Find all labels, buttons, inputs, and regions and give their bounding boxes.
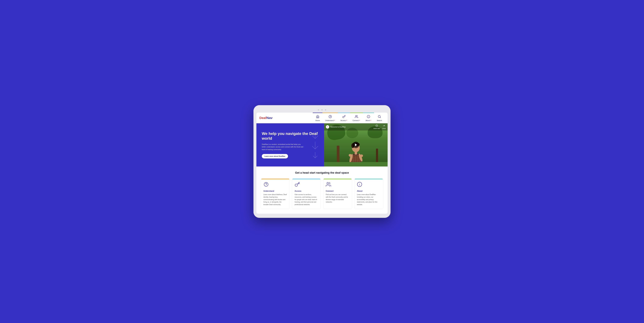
nav-label-about: About ▼ xyxy=(366,120,371,121)
card-understand: Understand Learn more about deafness, De… xyxy=(261,179,290,209)
hero-section: We help you navigate the Deaf world Deaf… xyxy=(256,123,388,166)
tablet-camera-row xyxy=(256,109,388,110)
card-about: About Learn more about DeafNav including… xyxy=(354,179,383,209)
connect-card-icon xyxy=(326,182,350,188)
connect-icon xyxy=(355,115,358,119)
access-icon xyxy=(342,115,346,119)
grass xyxy=(324,162,388,166)
logo-deaf: Deaf xyxy=(260,116,266,120)
camera-dot-1 xyxy=(318,109,319,110)
watch-later-button[interactable]: Watch later xyxy=(374,124,380,129)
svg-line-8 xyxy=(380,117,380,118)
svg-point-3 xyxy=(356,115,356,116)
chevron-about: ▼ xyxy=(370,120,371,121)
cards-grid: Understand Learn more about deafness, De… xyxy=(261,179,383,209)
connect-card-title: Connect xyxy=(326,190,350,192)
camera-dot-3 xyxy=(325,109,326,110)
section-title: Get a head start navigating the deaf spa… xyxy=(261,171,383,174)
understand-icon xyxy=(328,115,332,119)
home-icon xyxy=(316,115,319,119)
watch-later-label: Watch later xyxy=(374,128,380,129)
nav-item-understand[interactable]: Understand ▼ xyxy=(322,113,338,123)
access-card-desc: Gain access to services, resources, and … xyxy=(294,193,318,206)
video-logo: DN xyxy=(326,125,329,128)
share-label: Share xyxy=(382,128,386,129)
access-card-title: Access xyxy=(294,190,318,192)
svg-point-27 xyxy=(264,182,268,186)
chevron-access: ▼ xyxy=(346,120,347,121)
nav-label-access: Access ▼ xyxy=(340,120,347,121)
logo[interactable]: DeafNav xyxy=(260,116,272,120)
nav-label-home: Home xyxy=(316,120,320,121)
hero-right: DN Welcome to DeafNav xyxy=(324,123,388,166)
video-actions: Watch later Share xyxy=(374,124,386,129)
nav-label-connect: Connect ▼ xyxy=(353,120,360,121)
nav-label-understand: Understand ▼ xyxy=(325,120,335,121)
about-card-icon xyxy=(357,182,380,188)
nav-item-home[interactable]: Home xyxy=(313,113,322,123)
person-figure xyxy=(346,134,366,166)
share-icon xyxy=(383,124,385,127)
logo-nav: Nav xyxy=(266,116,272,120)
play-button[interactable] xyxy=(352,142,359,148)
hero-left: We help you navigate the Deaf world Deaf… xyxy=(256,123,324,166)
search-icon xyxy=(378,115,381,119)
main-nav: DeafNav Home xyxy=(256,113,388,123)
about-card-title: About xyxy=(357,190,380,192)
about-icon xyxy=(367,115,370,119)
about-card-desc: Learn more about DeafNav including our v… xyxy=(357,193,380,206)
access-card-icon xyxy=(294,182,318,188)
content-section: Get a head start navigating the deaf spa… xyxy=(256,166,388,214)
nav-label-search: Search xyxy=(377,120,382,121)
learn-more-button[interactable]: Learn more about DeafNav xyxy=(262,154,288,158)
understand-card-title: Understand xyxy=(264,190,287,192)
hero-description: DeafNav is a neutral, centralised portal… xyxy=(262,143,304,151)
tablet-screen: DeafNav Home xyxy=(256,113,388,214)
nav-item-search[interactable]: Search xyxy=(374,113,384,123)
understand-card-icon xyxy=(264,182,287,188)
video-title: Welcome to DeafNav xyxy=(330,126,346,128)
tablet-frame: DeafNav Home xyxy=(254,105,390,218)
card-access: Access Gain access to services, resource… xyxy=(292,179,321,209)
connect-card-desc: Find out how you can connect with the De… xyxy=(326,193,350,203)
camera-dot-2 xyxy=(322,109,322,110)
nav-item-about[interactable]: About ▼ xyxy=(363,113,374,123)
video-container: DN Welcome to DeafNav xyxy=(324,123,388,166)
hero-decoration xyxy=(309,130,321,160)
nav-item-connect[interactable]: Connect ▼ xyxy=(350,113,363,123)
svg-point-29 xyxy=(327,182,329,184)
understand-card-desc: Learn more about deafness, Deaf identity… xyxy=(264,193,287,206)
watch-later-icon xyxy=(376,124,378,127)
video-title-bar: DN Welcome to DeafNav xyxy=(324,123,388,130)
share-button[interactable]: Share xyxy=(382,124,386,129)
nav-items: Home Understand ▼ xyxy=(313,113,384,123)
chevron-connect: ▼ xyxy=(359,120,360,121)
card-connect: Connect Find out how you can connect wit… xyxy=(323,179,352,209)
chevron-understand: ▼ xyxy=(334,120,335,121)
nav-item-access[interactable]: Access ▼ xyxy=(338,113,350,123)
